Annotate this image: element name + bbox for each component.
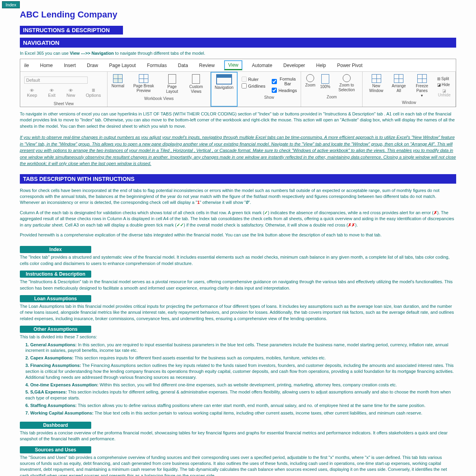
pill-dashboard[interactable]: Dashboard: [20, 422, 91, 429]
btn-unhide[interactable]: ◪ Unhide: [437, 88, 451, 97]
tab-review[interactable]: Review: [198, 61, 216, 69]
chk-formula-bar[interactable]: Formula Bar: [272, 77, 297, 86]
btn-normal[interactable]: Normal: [111, 74, 124, 88]
group-navigation: Navigation: [211, 72, 237, 107]
sv-exit[interactable]: 👁 Exit: [45, 88, 58, 98]
pill-loan[interactable]: Loan Assumptions: [20, 295, 91, 302]
pill-sources[interactable]: Sources and Uses: [20, 446, 91, 453]
btn-page-break[interactable]: Page Break Preview: [129, 74, 158, 93]
desc-sources: The "Sources and Uses" tab provides a co…: [20, 455, 456, 476]
btn-split[interactable]: ⊞ Split: [437, 77, 449, 81]
company-title: ABC Lending Company: [20, 10, 456, 20]
tab-formulas[interactable]: Formulas: [145, 61, 168, 69]
nav-para: To navigate in other versions of excel y…: [20, 111, 456, 129]
nav-intro: In Excel 365 you can use View --->> Navi…: [20, 51, 456, 56]
desc-index: The "Index tab" provides a structured an…: [20, 254, 456, 267]
checks-p3: Provided herewith is a comprehensive exp…: [20, 232, 456, 238]
tabs-desc-bar: TABS DESCRIPTON WITH INSTRUCTIONS: [20, 174, 456, 184]
tab-automate[interactable]: Automate: [250, 61, 274, 69]
desc-dashboard: This tab provides a concise overview of …: [20, 430, 456, 442]
tab-help[interactable]: Help: [315, 61, 328, 69]
btn-zoom-sel[interactable]: Zoom to Selection: [335, 74, 359, 92]
btn-zoom[interactable]: Zoom: [305, 74, 315, 88]
desc-loan: The Loan Assumptions tab in this financi…: [20, 303, 456, 322]
chk-gridlines[interactable]: Gridlines: [242, 83, 265, 88]
sv-keep[interactable]: 👁 Keep: [24, 88, 40, 98]
group-sheet-view: Default 👁 Keep 👁 Exit 👁 New ≣ Options Sh…: [20, 72, 107, 107]
btn-freeze-panes[interactable]: Freeze Panes ▾: [412, 74, 432, 98]
tab-view[interactable]: View: [224, 60, 242, 70]
group-show: Ruler Gridlines Formula Bar Headings Sho…: [238, 72, 301, 107]
desc-other-intro: This tab is divided into these 7 section…: [20, 334, 456, 340]
pill-other[interactable]: Other Assumptions: [20, 326, 91, 333]
tab-file[interactable]: ile: [23, 61, 31, 69]
checks-p1: Rows for check cells have been incorpora…: [20, 188, 456, 206]
chk-headings[interactable]: Headings: [272, 88, 297, 93]
ribbon-tabs: ile Home Insert Draw Page Layout Formula…: [20, 59, 456, 72]
group-window: New Window Arrange All Freeze Panes ▾ ⊞ …: [363, 72, 456, 107]
index-tab-button[interactable]: Index: [2, 1, 20, 8]
sv-options[interactable]: ≣ Options: [83, 88, 103, 98]
chk-ruler[interactable]: Ruler: [242, 77, 259, 82]
tab-page-layout[interactable]: Page Layout: [107, 61, 137, 69]
tab-power-pivot[interactable]: Power Pivot: [336, 61, 364, 69]
tab-insert[interactable]: Insert: [62, 61, 77, 69]
btn-new-window[interactable]: New Window: [367, 74, 386, 93]
desc-instructions: The "Instructions & Description" tab in …: [20, 279, 456, 291]
btn-hide[interactable]: ◪ Hide: [437, 83, 450, 87]
other-sections: 1. General Assumptions: In this section,…: [20, 342, 456, 416]
pill-instructions[interactable]: Instructions & Description: [20, 271, 91, 278]
sheetview-default[interactable]: Default: [24, 77, 88, 84]
instructions-bar: INSTRUCTIONS & DESCRIPTION: [20, 26, 123, 35]
tab-home[interactable]: Home: [38, 61, 54, 69]
btn-navigation[interactable]: Navigation: [215, 74, 233, 90]
pill-index[interactable]: Index: [20, 246, 91, 253]
btn-100[interactable]: 100%: [320, 74, 330, 89]
group-zoom: Zoom 100% Zoom to Selection Zoom: [301, 72, 363, 107]
italic-tip: If you wish to observe real-time changes…: [20, 134, 456, 167]
group-workbook-views: Normal Page Break Preview Page Layout Cu…: [107, 72, 211, 107]
btn-page-layout[interactable]: Page Layout: [163, 74, 181, 94]
sv-new[interactable]: 👁 New: [64, 88, 78, 98]
page-container: ABC Lending Company INSTRUCTIONS & DESCR…: [0, 10, 476, 476]
tab-developer[interactable]: Developer: [282, 61, 307, 69]
tab-data[interactable]: Data: [176, 61, 189, 69]
excel-ribbon: ile Home Insert Draw Page Layout Formula…: [20, 59, 456, 107]
btn-arrange-all[interactable]: Arrange All: [391, 74, 407, 93]
btn-custom-views[interactable]: Custom Views: [186, 74, 207, 94]
tab-draw[interactable]: Draw: [85, 61, 100, 69]
checks-p2: Column A of the each tab is designated f…: [20, 210, 456, 228]
navigation-bar: NAVIGATION: [20, 38, 456, 48]
